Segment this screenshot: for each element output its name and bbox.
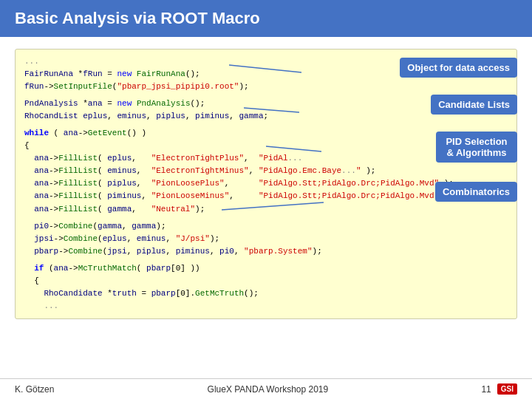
callout-candidate: Candidate Lists bbox=[431, 95, 517, 115]
callout-pid: PID Selection & Algorithms bbox=[436, 132, 517, 163]
code-line-13: pi0->Combine(gamma, gamma); bbox=[24, 220, 508, 233]
code-line-12: ana->FillList( gamma, "Neutral"); bbox=[24, 203, 508, 216]
footer-page: 11 bbox=[481, 384, 491, 395]
callout-combinatorics: Combinatorics bbox=[435, 182, 517, 202]
footer-event: GlueX PANDA Workshop 2019 bbox=[208, 384, 329, 395]
code-line-7: { bbox=[24, 140, 508, 152]
code-line-15: pbarp->Combine(jpsi, piplus, piminus, pi… bbox=[24, 245, 508, 258]
slide-footer: K. Götzen GlueX PANDA Workshop 2019 11 G… bbox=[0, 378, 532, 399]
callout-object: Object for data access bbox=[400, 58, 517, 78]
code-line-18: RhoCandidate *truth = pbarp[0].GetMcTrut… bbox=[24, 287, 508, 300]
code-line-6: while ( ana->GetEvent() ) bbox=[24, 127, 508, 140]
code-line-19: ... bbox=[24, 300, 508, 313]
code-line-3: fRun->SetInputFile("pbarp_jpsi_pipipi0.r… bbox=[24, 81, 508, 93]
footer-author: K. Götzen bbox=[15, 384, 54, 395]
slide-title: Basic Analysis via ROOT Macro bbox=[15, 9, 260, 27]
code-line-16: if (ana->McTruthMatch( pbarp[0] )) bbox=[24, 262, 508, 275]
code-line-9: ana->FillList( eminus, "ElectronTightMin… bbox=[24, 165, 508, 177]
code-line-8: ana->FillList( eplus, "ElectronTightPlus… bbox=[24, 152, 508, 165]
footer-logo: GSI bbox=[497, 383, 517, 395]
slide-content: ... FairRunAna *fRun = new FairRunAna();… bbox=[0, 37, 532, 378]
code-line-17: { bbox=[24, 275, 508, 287]
slide: Basic Analysis via ROOT Macro ... FairRu… bbox=[0, 0, 532, 399]
code-line-14: jpsi->Combine(eplus, eminus, "J/psi"); bbox=[24, 233, 508, 245]
slide-header: Basic Analysis via ROOT Macro bbox=[0, 0, 532, 37]
